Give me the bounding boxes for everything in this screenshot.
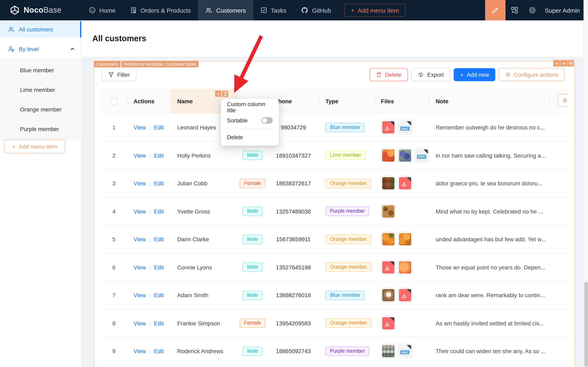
image-thumbnail-oranges2[interactable] (398, 232, 412, 247)
view-link[interactable]: View (134, 152, 146, 159)
edit-link[interactable]: Edit (154, 208, 164, 215)
menu-item-custom-column-title[interactable]: Custom column title (223, 101, 277, 114)
image-thumbnail-pumpkins[interactable] (381, 148, 396, 163)
vertical-scrollbar[interactable] (583, 0, 588, 367)
row-index: 1 (101, 114, 127, 142)
nav-item-github[interactable]: GitHub (294, 0, 338, 20)
edit-link[interactable]: Edit (154, 124, 164, 131)
view-link[interactable]: View (134, 348, 146, 355)
column-header-files[interactable]: Files (374, 89, 429, 114)
add-new-button[interactable]: + Add new (454, 68, 496, 81)
doc-file-icon[interactable]: DOC (398, 120, 412, 135)
drag-block-icon[interactable] (553, 60, 560, 67)
nocobase-logo[interactable]: NocoBase (0, 5, 82, 15)
nav-item-orders-products[interactable]: Orders & Products (123, 0, 198, 20)
filter-button[interactable]: Filter (102, 68, 136, 81)
gear-icon (529, 7, 536, 14)
column-header-actions[interactable]: Actions (127, 89, 171, 114)
note-text: Remember outweigh do he desirous no c... (429, 114, 550, 142)
nav-item-customers[interactable]: Customers (198, 0, 253, 20)
image-thumbnail-cookies[interactable] (381, 204, 396, 219)
table-row[interactable]: 1 View|Edit Leonard Hayes 98034729 Blue … (101, 114, 567, 142)
pdf-file-icon[interactable] (398, 176, 412, 191)
select-all-checkbox[interactable] (111, 98, 117, 105)
edit-link[interactable]: Edit (154, 264, 164, 271)
row-index: 5 (101, 225, 127, 253)
sidebar-subitem-orange-member[interactable]: Orange member (0, 100, 81, 119)
edit-link[interactable]: Edit (154, 348, 164, 355)
table-row[interactable]: 9 View|Edit Roderick Andrews Male 188650… (101, 337, 567, 365)
delete-button[interactable]: Delete (370, 68, 408, 81)
table-row[interactable]: 2 View|Edit Holly Perkins Male 189103473… (101, 142, 567, 169)
table-row[interactable]: 5 View|Edit Darin Clarke Male 1567365991… (101, 225, 567, 253)
table-row[interactable]: 6 View|Edit Connie Lyons Male 1352764519… (101, 253, 567, 281)
nav-add-label: Add menu item (358, 7, 399, 14)
block-settings-icon[interactable] (567, 60, 574, 67)
edit-link[interactable]: Edit (154, 236, 164, 243)
configure-columns-button-partial[interactable]: ⚙ (558, 94, 567, 107)
column-settings-icon[interactable] (222, 91, 228, 97)
pdf-file-icon[interactable] (381, 316, 396, 331)
doc-file-icon[interactable]: DOC (398, 344, 412, 359)
template-badge: Reference template: Customer table (121, 61, 198, 67)
image-thumbnail-peach[interactable] (398, 260, 412, 275)
sidebar-item-all-customers[interactable]: All customers (0, 21, 81, 38)
customer-name: Darin Clarke (171, 225, 237, 253)
image-thumbnail-coffee[interactable] (381, 288, 396, 303)
nav-item-tasks[interactable]: Tasks (253, 0, 294, 20)
sidebar-subitem-purple-member[interactable]: Purple member (0, 119, 81, 139)
sortable-toggle[interactable] (261, 117, 273, 124)
image-thumbnail-oranges[interactable] (381, 232, 396, 247)
note-text: Their could can widen ten she any. As so… (429, 337, 550, 365)
sidebar-item-by-level[interactable]: By level (0, 41, 81, 57)
image-thumbnail-food[interactable] (381, 176, 396, 191)
edit-link[interactable]: Edit (154, 292, 164, 299)
export-button[interactable]: Export (412, 68, 450, 81)
nav-label: Customers (216, 7, 246, 14)
sidebar-add-menu-item-button[interactable]: + Add menu item (4, 140, 65, 153)
nav-add-menu-item-button[interactable]: + Add menu item (344, 4, 405, 17)
edit-link[interactable]: Edit (154, 152, 164, 159)
nav-item-home[interactable]: Home (82, 0, 123, 20)
table-row[interactable]: 8 View|Edit Frankie Simpson Female 13954… (101, 309, 567, 337)
edit-link[interactable]: Edit (154, 320, 164, 326)
member-type-badge: Purple member (326, 207, 369, 216)
extra-cell (550, 197, 567, 225)
drag-column-icon[interactable] (215, 91, 221, 97)
menu-item-delete-column[interactable]: Delete (223, 131, 277, 144)
view-link[interactable]: View (134, 180, 146, 187)
pdf-file-icon[interactable] (398, 288, 412, 303)
add-block-icon[interactable] (560, 60, 567, 67)
gender-badge: Female (239, 319, 265, 328)
link-divider: | (149, 320, 151, 326)
view-link[interactable]: View (134, 292, 146, 299)
plugin-blocks-button[interactable] (505, 0, 523, 20)
image-thumbnail-storefront[interactable] (381, 344, 396, 359)
menu-item-sortable[interactable]: Sortable (223, 114, 277, 127)
settings-gear-button[interactable] (523, 0, 541, 20)
table-row[interactable]: 4 View|Edit Yvette Gross Male 1325748903… (101, 197, 567, 225)
current-user[interactable]: Super Admin (545, 7, 580, 14)
view-link[interactable]: View (134, 208, 146, 215)
row-index: 3 (101, 169, 127, 197)
highlighter-icon (491, 6, 499, 14)
sidebar-subitem-blue-member[interactable]: Blue member (0, 60, 81, 80)
view-link[interactable]: View (134, 320, 146, 326)
column-header-type[interactable]: Type (319, 89, 374, 114)
pdf-file-icon[interactable] (381, 120, 396, 135)
table-row[interactable]: 3 View|Edit Julian Cobb Female 186383726… (101, 169, 567, 197)
table-row[interactable]: 7 View|Edit Adam Smith Male 13898276018 … (101, 281, 567, 309)
edit-link[interactable]: Edit (154, 180, 164, 187)
pdf-file-icon[interactable] (381, 260, 396, 275)
configure-actions-button[interactable]: ⚙ Configure actions (499, 68, 565, 81)
image-thumbnail-grapes[interactable] (398, 148, 412, 163)
view-link[interactable]: View (134, 264, 146, 271)
ui-editor-button[interactable] (485, 0, 505, 20)
view-link[interactable]: View (134, 236, 146, 243)
view-link[interactable]: View (134, 124, 146, 131)
column-header-note[interactable]: Note (429, 89, 550, 114)
scrollbar-thumb[interactable] (584, 282, 588, 367)
doc-file-icon[interactable]: DOC (414, 148, 429, 163)
sidebar-subitem-lime-member[interactable]: Lime member (0, 80, 81, 100)
gear-icon: ⚙ (562, 97, 567, 103)
